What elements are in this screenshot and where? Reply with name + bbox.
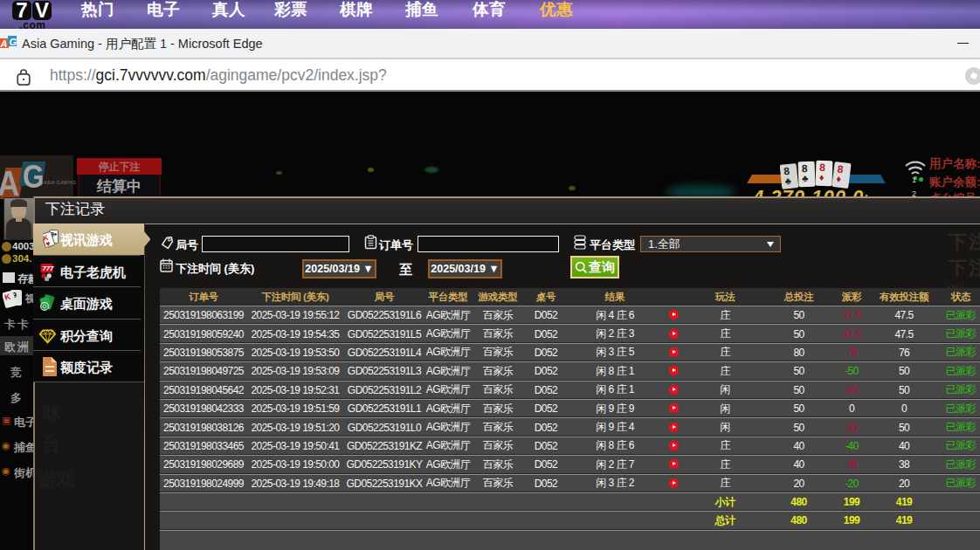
svg-text:G: G xyxy=(10,37,17,47)
svg-text:♠: ♠ xyxy=(54,231,57,237)
svg-text:♣: ♣ xyxy=(784,175,791,187)
svg-text:♣: ♣ xyxy=(802,173,809,183)
svg-text:777: 777 xyxy=(42,265,54,272)
svg-text:♦: ♦ xyxy=(819,172,825,182)
svg-text:A: A xyxy=(0,38,8,49)
